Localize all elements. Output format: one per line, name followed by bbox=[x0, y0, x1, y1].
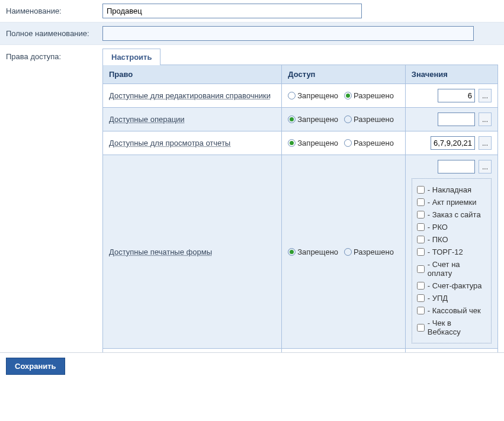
checkbox[interactable] bbox=[417, 211, 425, 218]
value-input[interactable] bbox=[438, 160, 475, 173]
radio-deny[interactable]: Запрещено bbox=[288, 115, 338, 124]
radio-allow-input[interactable] bbox=[344, 92, 352, 99]
checkbox-label: - Кассовый чек bbox=[428, 306, 481, 315]
checkbox-label: - Акт приемки bbox=[428, 198, 477, 207]
radio-allow[interactable]: Разрешено bbox=[344, 139, 394, 147]
checkbox[interactable] bbox=[417, 236, 425, 243]
permission-link[interactable]: Доступные операции bbox=[109, 115, 185, 124]
checkbox-label: - Чек в Вебкассу bbox=[428, 319, 486, 336]
radio-allow-input[interactable] bbox=[344, 115, 352, 123]
checkbox[interactable] bbox=[417, 223, 425, 231]
checkbox-label: - ТОРГ-12 bbox=[428, 248, 463, 256]
input-fullname[interactable] bbox=[102, 26, 474, 41]
ellipsis-button[interactable]: ... bbox=[479, 89, 492, 102]
table-row: Доступные операцииЗапрещеноРазрешено... bbox=[103, 108, 498, 131]
radio-deny-label: Запрещено bbox=[297, 139, 338, 147]
checkbox[interactable] bbox=[417, 294, 425, 302]
permission-link[interactable]: Доступные для просмотра отчеты bbox=[109, 139, 230, 147]
checkbox-label: - Счет-фактура bbox=[428, 281, 482, 290]
label-access: Права доступа: bbox=[6, 49, 102, 61]
radio-allow-label: Разрешено bbox=[354, 115, 394, 124]
checkbox[interactable] bbox=[417, 265, 425, 273]
save-button[interactable]: Сохранить bbox=[6, 358, 65, 375]
radio-deny-input[interactable] bbox=[288, 115, 296, 123]
value-input[interactable] bbox=[438, 113, 475, 126]
checkbox[interactable] bbox=[417, 307, 425, 314]
input-name[interactable] bbox=[102, 4, 362, 18]
tab-configure[interactable]: Настроить bbox=[102, 49, 160, 65]
ellipsis-button[interactable]: ... bbox=[479, 113, 492, 126]
radio-deny-input[interactable] bbox=[288, 248, 296, 256]
th-pravo: Право bbox=[103, 65, 282, 84]
radio-deny[interactable]: Запрещено bbox=[288, 91, 338, 100]
table-row: Справочники, выводимые в менюЗапрещеноРа… bbox=[103, 349, 498, 353]
value-input[interactable] bbox=[431, 136, 475, 150]
label-name: Наименование: bbox=[6, 7, 102, 15]
radio-deny-label: Запрещено bbox=[297, 91, 338, 100]
radio-deny[interactable]: Запрещено bbox=[288, 139, 338, 147]
checkbox[interactable] bbox=[417, 282, 425, 290]
radio-allow-input[interactable] bbox=[344, 139, 352, 147]
checkbox-label: - УПД bbox=[428, 294, 448, 303]
th-dostup: Доступ bbox=[282, 65, 406, 84]
value-input[interactable] bbox=[438, 89, 475, 102]
table-row: Доступные печатные формыЗапрещеноРазреше… bbox=[103, 155, 498, 349]
checkbox[interactable] bbox=[417, 324, 425, 332]
checkbox-label: - Счет на оплату bbox=[428, 260, 486, 278]
checkbox-label: - РКО bbox=[428, 223, 448, 232]
radio-allow-input[interactable] bbox=[344, 248, 352, 256]
checkbox-label: - ПКО bbox=[428, 235, 448, 244]
radio-allow-label: Разрешено bbox=[354, 91, 394, 100]
label-fullname: Полное наименование: bbox=[6, 29, 102, 38]
radio-deny-input[interactable] bbox=[288, 139, 296, 147]
access-table: Право Доступ Значения Доступные для реда… bbox=[102, 65, 498, 352]
radio-deny-label: Запрещено bbox=[297, 248, 338, 256]
permission-link[interactable]: Доступные для редактирования справочники bbox=[109, 91, 271, 100]
checkbox-group: - Накладная - Акт приемки - Заказ с сайт… bbox=[412, 178, 492, 343]
th-znach: Значения bbox=[405, 65, 497, 84]
checkbox[interactable] bbox=[417, 186, 425, 194]
radio-allow[interactable]: Разрешено bbox=[344, 115, 394, 124]
radio-allow[interactable]: Разрешено bbox=[344, 91, 394, 100]
table-row: Доступные для просмотра отчетыЗапрещеноР… bbox=[103, 131, 498, 155]
permission-link[interactable]: Доступные печатные формы bbox=[109, 248, 212, 256]
ellipsis-button[interactable]: ... bbox=[479, 160, 492, 173]
ellipsis-button[interactable]: ... bbox=[479, 136, 492, 150]
radio-deny-label: Запрещено bbox=[297, 115, 338, 124]
radio-deny[interactable]: Запрещено bbox=[288, 248, 338, 256]
radio-allow-label: Разрешено bbox=[354, 248, 394, 256]
checkbox-label: - Заказ с сайта bbox=[428, 210, 481, 219]
radio-allow-label: Разрешено bbox=[354, 139, 394, 147]
checkbox[interactable] bbox=[417, 198, 425, 206]
checkbox[interactable] bbox=[417, 248, 425, 256]
radio-deny-input[interactable] bbox=[288, 92, 296, 99]
table-row: Доступные для редактирования справочники… bbox=[103, 84, 498, 108]
checkbox-label: - Накладная bbox=[428, 185, 471, 194]
radio-allow[interactable]: Разрешено bbox=[344, 248, 394, 256]
